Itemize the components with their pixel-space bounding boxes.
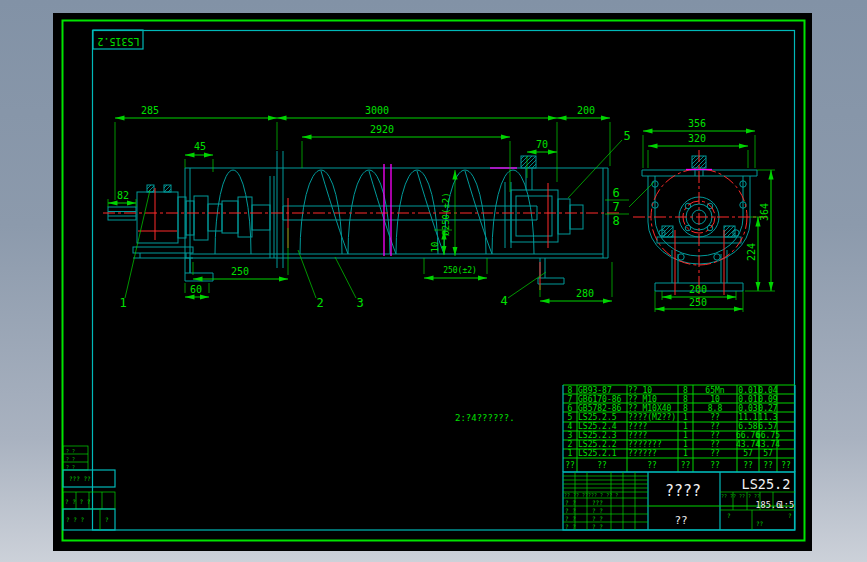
dim-10: 10 xyxy=(430,242,440,253)
svg-text:1: 1 xyxy=(568,449,573,458)
dim-45: 45 xyxy=(194,141,206,152)
svg-text:5: 5 xyxy=(568,413,573,422)
svg-text:? ?: ? ? xyxy=(66,456,75,462)
table-row: 5LS25.2.5????(M2??)1??11.111.3 xyxy=(568,413,778,422)
svg-text:8: 8 xyxy=(683,404,688,413)
balloon-5: 5 xyxy=(623,129,630,143)
svg-text:6.58: 6.58 xyxy=(738,422,757,431)
revision-header: ?? ?? ????? ? ?? ? xyxy=(564,492,618,498)
svg-text:? ?: ? ? xyxy=(66,448,75,454)
svg-text:??: ?? xyxy=(710,440,720,449)
dim-356: 356 xyxy=(688,118,706,129)
corner-drawing-number: LS315.2 xyxy=(97,36,139,47)
dim-70: 70 xyxy=(536,139,548,150)
dim-3000: 3000 xyxy=(365,105,389,116)
svg-text:?? M10X40: ?? M10X40 xyxy=(628,404,672,413)
svg-text:? ? ?: ? ? ? xyxy=(66,516,84,523)
svg-text:??: ?? xyxy=(763,461,773,470)
svg-text:8.8: 8.8 xyxy=(708,404,723,413)
drawing-subtitle: ?? xyxy=(674,514,687,527)
dim-320: 320 xyxy=(688,133,706,144)
svg-text:?: ? xyxy=(788,512,792,519)
svg-text:??: ?? xyxy=(710,431,720,440)
svg-text:??: ?? xyxy=(647,461,657,470)
drawing-note: 2:?4??????. xyxy=(455,413,515,423)
dim-200-end: 200 xyxy=(689,284,707,295)
dim-250: 250 xyxy=(231,266,249,277)
svg-text:? ? ? ?: ? ? ? ? xyxy=(65,498,91,505)
balloon-3: 3 xyxy=(356,296,363,310)
drawing-number: LS25.2 xyxy=(742,476,791,492)
svg-text:???????: ??????? xyxy=(628,440,662,449)
svg-text:0.27: 0.27 xyxy=(758,404,777,413)
svg-text:11.3: 11.3 xyxy=(758,413,777,422)
svg-text:??: ?? xyxy=(781,461,791,470)
svg-text:????: ???? xyxy=(628,431,647,440)
svg-text:??: ?? xyxy=(743,461,753,470)
balloon-7: 7 xyxy=(612,200,619,214)
dim-2920: 2920 xyxy=(370,124,394,135)
dim-82: 82 xyxy=(117,190,129,201)
svg-text:??: ?? xyxy=(710,413,720,422)
svg-text:0.09: 0.09 xyxy=(758,395,777,404)
svg-text:1: 1 xyxy=(683,431,688,440)
svg-text:1: 1 xyxy=(683,440,688,449)
svg-text:????(M2??): ????(M2??) xyxy=(628,413,676,422)
svg-text:LS25.2.2: LS25.2.2 xyxy=(578,440,617,449)
svg-text:GB5782-86: GB5782-86 xyxy=(578,404,622,413)
svg-text:??: ?? xyxy=(597,461,607,470)
svg-text:6: 6 xyxy=(568,404,573,413)
balloon-4: 4 xyxy=(500,294,507,308)
svg-text:7: 7 xyxy=(568,395,573,404)
svg-text:0.01: 0.01 xyxy=(738,386,757,395)
svg-text:? ?: ? ? xyxy=(592,507,603,514)
cad-application-canvas: LS315.2 xyxy=(0,0,867,562)
svg-text:1: 1 xyxy=(683,422,688,431)
svg-text:??????: ?????? xyxy=(628,449,657,458)
svg-text:? ?: ? ? xyxy=(592,515,603,522)
svg-text:43.74: 43.74 xyxy=(756,440,780,449)
svg-text:? ?: ? ? xyxy=(565,515,576,522)
meta-header: ?? ?? ?? ? ?? xyxy=(721,493,760,499)
svg-text:?: ? xyxy=(105,516,109,523)
dim-224: 224 xyxy=(746,243,757,261)
svg-text:0.04: 0.04 xyxy=(758,386,777,395)
svg-text:? ?: ? ? xyxy=(565,507,576,514)
svg-text:? ?: ? ? xyxy=(565,499,576,506)
svg-text:LS25.2.5: LS25.2.5 xyxy=(578,413,617,422)
svg-text:2: 2 xyxy=(568,440,573,449)
svg-text:8: 8 xyxy=(683,395,688,404)
balloon-6: 6 xyxy=(612,186,619,200)
drawing-sheet-background xyxy=(53,13,812,551)
svg-text:??? ??: ??? ?? xyxy=(69,475,91,482)
svg-text:?? 10: ?? 10 xyxy=(628,386,652,395)
drawing-title: ???? xyxy=(665,482,701,500)
svg-text:??: ?? xyxy=(710,422,720,431)
svg-text:LS25.2.1: LS25.2.1 xyxy=(578,449,617,458)
dim-200: 200 xyxy=(577,105,595,116)
svg-text:66.75: 66.75 xyxy=(756,431,780,440)
balloon-8: 8 xyxy=(612,214,619,228)
svg-text:? ?: ? ? xyxy=(66,464,75,470)
svg-text:GB93-87: GB93-87 xyxy=(578,386,612,395)
balloon-1: 1 xyxy=(119,296,126,310)
svg-text:8: 8 xyxy=(568,386,573,395)
svg-text:10: 10 xyxy=(710,395,720,404)
drawing-weight: 185.6 xyxy=(755,500,781,510)
drawing-scale: 1:5 xyxy=(779,500,794,510)
svg-text:1: 1 xyxy=(683,449,688,458)
svg-text:3: 3 xyxy=(568,431,573,440)
svg-text:57: 57 xyxy=(763,449,773,458)
svg-text:??: ?? xyxy=(756,520,764,527)
svg-text:11.1: 11.1 xyxy=(738,413,757,422)
svg-text:??: ?? xyxy=(710,449,720,458)
dim-screw-diameter: Ø250(±2) xyxy=(441,192,451,235)
dim-364: 364 xyxy=(759,203,770,221)
svg-text:?: ? xyxy=(727,512,731,519)
dim-285: 285 xyxy=(141,105,159,116)
svg-text:LS25.2.3: LS25.2.3 xyxy=(578,431,617,440)
dim-pitch: 250(±2) xyxy=(443,266,477,275)
svg-text:0.03: 0.03 xyxy=(738,404,757,413)
svg-text:6.57: 6.57 xyxy=(758,422,777,431)
svg-text:? ?: ? ? xyxy=(565,523,576,530)
